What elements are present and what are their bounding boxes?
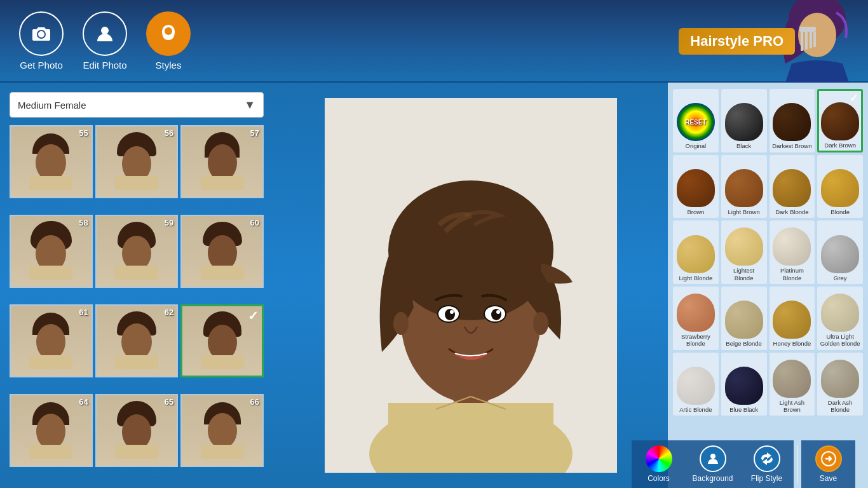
- style-number-56: 56: [165, 128, 173, 138]
- color-swatch-light-brown[interactable]: Light Brown: [721, 155, 767, 219]
- swatch-label-dark-brown: Dark Brown: [824, 142, 856, 149]
- color-swatch-strawberry-blonde[interactable]: Strawberry Blonde: [673, 287, 719, 350]
- color-swatch-beige-blonde[interactable]: Beige Blonde: [721, 287, 767, 350]
- nav-edit-photo[interactable]: Edit Photo: [83, 11, 127, 71]
- hair-icon-circle: [146, 11, 191, 56]
- color-swatch-grey[interactable]: Grey: [817, 220, 863, 284]
- save-button[interactable]: Save: [801, 440, 855, 488]
- svg-rect-7: [813, 32, 816, 47]
- swatch-label-grey: Grey: [834, 274, 847, 281]
- black-swatch-image: [725, 103, 763, 141]
- color-swatch-light-ash-brown[interactable]: Light Ash Brown: [770, 353, 815, 416]
- style-number-59: 59: [165, 218, 173, 227]
- artic-blonde-swatch-image: [677, 367, 715, 405]
- swatch-label-darkest-brown: Darkest Brown: [772, 142, 811, 149]
- camera-icon: [30, 22, 53, 45]
- face-shape: [208, 235, 237, 271]
- style-number-64: 64: [79, 397, 88, 407]
- colors-button-label: Colors: [648, 474, 670, 483]
- main-content: Medium Female ▼ 55 56: [0, 83, 868, 488]
- header: Get Photo Edit Photo Styles Hairstyle PR…: [0, 0, 868, 83]
- style-item-59[interactable]: 59: [95, 215, 179, 288]
- style-item-58[interactable]: 58: [10, 215, 93, 288]
- color-swatch-brown[interactable]: Brown: [673, 155, 719, 219]
- svg-point-0: [101, 27, 109, 34]
- shirt-shape: [201, 266, 244, 280]
- person-icon: [93, 22, 116, 45]
- style-item-63[interactable]: ✓: [180, 304, 264, 377]
- style-item-57[interactable]: 57: [180, 125, 264, 198]
- style-item-61[interactable]: 61: [10, 304, 93, 377]
- style-item-56[interactable]: 56: [95, 125, 179, 198]
- background-button[interactable]: Background: [686, 440, 740, 488]
- nav-get-photo-label: Get Photo: [20, 60, 63, 71]
- face-sim-60: [190, 220, 254, 283]
- save-arrow-icon: [820, 451, 837, 467]
- color-swatch-lightest-blonde[interactable]: Lightest Blonde: [721, 220, 767, 284]
- color-swatch-dark-blonde[interactable]: Dark Blonde: [770, 155, 815, 219]
- face-sim-55: [19, 130, 83, 194]
- face-sim-57: [190, 130, 254, 194]
- bottom-actions-group: Colors Background Flip Style: [632, 440, 855, 488]
- color-swatch-artic-blonde[interactable]: Artic Blonde: [673, 353, 719, 416]
- person-photo-svg: [325, 98, 617, 473]
- svg-point-20: [445, 309, 455, 320]
- person-bg-icon: [705, 451, 721, 466]
- style-number-58: 58: [79, 218, 88, 227]
- color-swatch-blonde[interactable]: Blonde: [817, 155, 863, 219]
- style-item-55[interactable]: 55: [10, 125, 93, 198]
- nav-styles-label: Styles: [156, 60, 182, 71]
- flip-style-button-label: Flip Style: [751, 474, 782, 483]
- shirt-shape: [29, 355, 72, 369]
- nav-get-photo[interactable]: Get Photo: [19, 11, 64, 71]
- svg-point-21: [491, 309, 501, 320]
- photo-preview-panel: [273, 83, 668, 488]
- nav-styles[interactable]: Styles: [146, 11, 191, 71]
- color-swatch-ultra-light-golden[interactable]: Ultra Light Golden Blonde: [817, 287, 863, 350]
- svg-rect-4: [801, 32, 803, 51]
- style-category-dropdown[interactable]: Medium Female ▼: [10, 92, 264, 118]
- colors-button[interactable]: Colors: [632, 440, 686, 488]
- flip-style-button[interactable]: Flip Style: [740, 440, 794, 488]
- swatch-label-dark-blonde: Dark Blonde: [775, 208, 808, 215]
- color-swatch-black[interactable]: Black: [721, 89, 767, 152]
- style-number-65: 65: [165, 397, 173, 407]
- camera-icon-circle: [19, 11, 64, 56]
- color-swatch-original[interactable]: RESET Original: [673, 89, 719, 152]
- selected-checkmark-63: ✓: [248, 308, 259, 323]
- shirt-shape: [29, 176, 72, 190]
- swatch-label-ultra-light-golden: Ultra Light Golden Blonde: [820, 333, 860, 348]
- color-swatch-light-blonde[interactable]: Light Blonde: [673, 220, 719, 284]
- color-swatch-darkest-brown[interactable]: Darkest Brown: [770, 89, 815, 152]
- style-number-60: 60: [250, 218, 259, 227]
- dark-ash-blonde-swatch-image: [821, 360, 859, 398]
- style-item-62[interactable]: 62: [95, 304, 179, 377]
- brown-swatch-image: [677, 169, 715, 207]
- darkest-brown-swatch-image: [773, 103, 811, 141]
- background-button-label: Background: [692, 474, 733, 483]
- color-swatch-dark-brown[interactable]: ✓ Dark Brown: [817, 89, 863, 152]
- shirt-shape: [29, 266, 72, 280]
- swatch-label-dark-ash-blonde: Dark Ash Blonde: [820, 399, 860, 414]
- svg-point-2: [165, 27, 172, 35]
- color-swatch-blue-black[interactable]: Blue Black: [721, 353, 767, 416]
- swatch-label-strawberry-blonde: Strawberry Blonde: [675, 333, 716, 348]
- shirt-shape: [115, 266, 158, 280]
- style-item-60[interactable]: 60: [180, 215, 264, 288]
- swatch-label-light-ash-brown: Light Ash Brown: [772, 399, 813, 414]
- logo-area: Hairstyle PRO: [677, 0, 868, 83]
- bottom-toolbar: Colors Background Flip Style: [0, 440, 868, 488]
- face-shape: [122, 236, 151, 271]
- color-panel: RESET Original Black Darkest Brown ✓ Dar…: [668, 83, 868, 488]
- swatch-label-light-blonde: Light Blonde: [679, 274, 712, 281]
- style-number-62: 62: [165, 308, 173, 317]
- face-shape: [208, 144, 237, 181]
- shirt-shape: [115, 176, 158, 190]
- color-swatch-honey-blonde[interactable]: Honey Blonde: [770, 287, 815, 350]
- color-swatch-dark-ash-blonde[interactable]: Dark Ash Blonde: [817, 353, 863, 416]
- svg-rect-3: [799, 27, 816, 32]
- svg-rect-6: [810, 32, 812, 48]
- color-swatch-platinum-blonde[interactable]: Platinum Blonde: [770, 220, 815, 284]
- swatch-label-blue-black: Blue Black: [729, 406, 758, 413]
- strawberry-blonde-swatch-image: [677, 294, 715, 332]
